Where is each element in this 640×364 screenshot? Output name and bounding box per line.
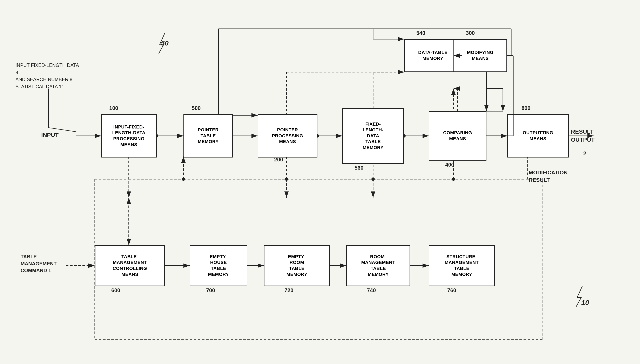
svg-point-31 bbox=[371, 178, 375, 181]
box-empty-room: EMPTY-ROOMTABLEMEMORY bbox=[264, 245, 330, 286]
label-720: 720 bbox=[284, 287, 293, 294]
table-mgmt-cmd-label: TABLEMANAGEMENTCOMMAND 1 bbox=[21, 253, 78, 274]
result-num: 2 bbox=[583, 150, 586, 157]
label-760: 760 bbox=[447, 287, 456, 294]
figure-num-10: 10 bbox=[581, 298, 589, 306]
box-table-mgmt: TABLE-MANAGEMENTCONTROLLINGMEANS bbox=[95, 245, 165, 286]
label-300: 300 bbox=[466, 30, 475, 36]
box-room-mgmt: ROOM-MANAGEMENTTABLEMEMORY bbox=[346, 245, 410, 286]
box-pointer-proc: POINTERPROCESSINGMEANS bbox=[258, 114, 317, 158]
label-540: 540 bbox=[416, 30, 425, 36]
svg-point-30 bbox=[285, 178, 288, 181]
box-struct-mgmt: STRUCTURE-MANAGEMENTTABLEMEMORY bbox=[429, 245, 495, 286]
box-fixed-len-table: FIXED-LENGTH-DATATABLEMEMORY bbox=[342, 108, 404, 164]
label-800: 800 bbox=[521, 105, 530, 112]
box-data-table: DATA-TABLEMEMORY bbox=[404, 39, 462, 72]
input-arrow-label: INPUT bbox=[41, 132, 59, 138]
box-empty-house: EMPTY-HOUSETABLEMEMORY bbox=[190, 245, 247, 286]
box-pointer-table: POINTERTABLEMEMORY bbox=[183, 114, 233, 158]
input-description: INPUT FIXED-LENGTH DATA 9AND SEARCH NUMB… bbox=[16, 62, 81, 90]
label-400: 400 bbox=[445, 162, 454, 168]
label-700: 700 bbox=[206, 287, 215, 294]
box-outputting: OUTPUTTINGMEANS bbox=[507, 114, 569, 158]
box-comparing: COMPARINGMEANS bbox=[429, 111, 486, 160]
label-100: 100 bbox=[109, 105, 118, 112]
label-200: 200 bbox=[274, 156, 283, 163]
label-740: 740 bbox=[367, 287, 376, 294]
box-modifying: MODIFYINGMEANS bbox=[454, 39, 507, 72]
modification-result-label: MODIFICATIONRESULT bbox=[529, 169, 568, 184]
label-600: 600 bbox=[111, 287, 120, 294]
diagram-container: INPUT-FIXED-LENGTH-DATAPROCESSINGMEANS 1… bbox=[0, 0, 640, 364]
label-500: 500 bbox=[192, 105, 200, 112]
box-input-proc: INPUT-FIXED-LENGTH-DATAPROCESSINGMEANS bbox=[101, 114, 157, 158]
result-output-label: RESULTOUTPUT bbox=[571, 128, 595, 144]
label-560: 560 bbox=[354, 165, 363, 171]
figure-num-50: 50 bbox=[161, 39, 169, 47]
